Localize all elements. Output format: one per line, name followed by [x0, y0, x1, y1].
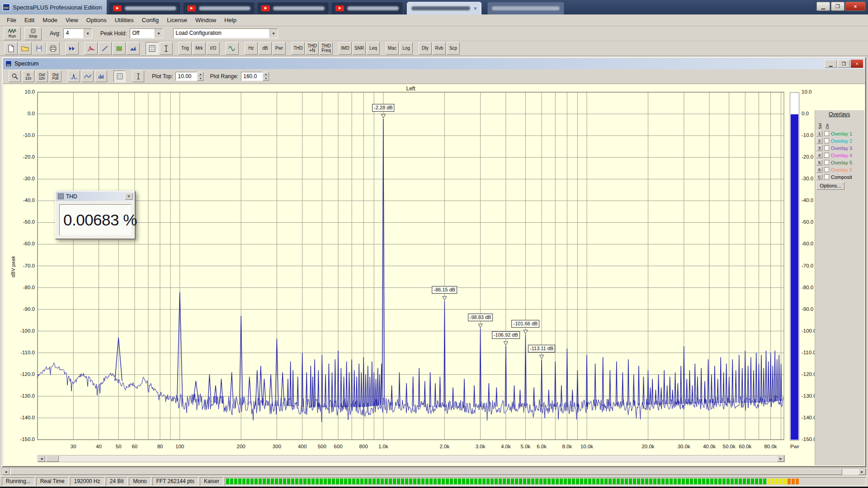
overlay-set-button-5[interactable]: 5	[816, 160, 822, 165]
browser-tab[interactable]	[487, 2, 564, 14]
grid-display-button[interactable]	[113, 70, 126, 82]
maximize-button[interactable]: ❒	[831, 2, 844, 11]
run-button[interactable]: Run	[4, 27, 21, 40]
tab-title-redacted	[199, 6, 250, 10]
smooth-curve-button[interactable]	[81, 70, 94, 82]
zoom-button[interactable]	[9, 70, 21, 82]
menu-file[interactable]: File	[3, 15, 20, 25]
scroll-thumb[interactable]	[10, 469, 842, 475]
signal-generator-button[interactable]	[226, 42, 239, 55]
marker-view-button[interactable]	[160, 42, 173, 55]
overlay-set-button-6[interactable]: 6	[816, 167, 822, 173]
stop-button[interactable]: Stop	[24, 27, 42, 40]
load-configuration-select[interactable]: Load Configuration▼	[173, 28, 278, 38]
close-button[interactable]: ×	[851, 60, 863, 68]
trigger-button[interactable]: Trig	[179, 42, 192, 55]
overlay-on-checkbox-2[interactable]	[824, 138, 829, 143]
scroll-left-button[interactable]: ◄	[38, 455, 45, 462]
zoom-in-12x-button[interactable]: In 12x	[22, 70, 34, 82]
browser-tab[interactable]	[257, 2, 329, 14]
plot-range-stepper[interactable]: ▲▼	[263, 72, 269, 81]
avg-select[interactable]: 4▼	[63, 28, 92, 38]
units-pwr-button[interactable]: Pwr	[273, 42, 286, 55]
plot-top-stepper[interactable]: ▲▼	[197, 72, 203, 81]
overlay-on-checkbox-4[interactable]	[824, 153, 829, 158]
scroll-track[interactable]	[45, 455, 777, 462]
close-icon[interactable]: ×	[125, 193, 133, 200]
new-file-button[interactable]	[5, 42, 18, 55]
thd-n-button[interactable]: THD +N	[306, 42, 319, 55]
print-button[interactable]	[47, 42, 60, 55]
fast-forward-button[interactable]	[66, 42, 79, 55]
surface-view-button[interactable]	[127, 42, 140, 55]
menu-window[interactable]: Window	[191, 15, 220, 25]
menu-config[interactable]: Config	[138, 15, 163, 25]
overlay-on-checkbox-5[interactable]	[824, 160, 829, 165]
overlay-set-button-3[interactable]: 3	[816, 145, 822, 151]
menu-options[interactable]: Options	[82, 15, 111, 25]
restore-button[interactable]: ❒	[838, 60, 850, 68]
overlay-on-checkbox-1[interactable]	[824, 131, 829, 136]
menu-help[interactable]: Help	[220, 15, 241, 25]
scroll-right-button[interactable]: ►	[777, 455, 784, 462]
overlay-set-button-C[interactable]: C	[816, 174, 822, 180]
units-hz-button[interactable]: Hz	[245, 42, 258, 55]
markers-button[interactable]: Mrk	[193, 42, 206, 55]
meter-segment	[287, 479, 290, 484]
spectrum-view-button[interactable]	[85, 42, 98, 55]
snr-button[interactable]: SNR	[353, 42, 366, 55]
menu-utilities[interactable]: Utilities	[111, 15, 138, 25]
minimize-button[interactable]: ▁	[816, 2, 830, 11]
peak-curve-button[interactable]	[68, 70, 80, 82]
logging-button[interactable]: Log	[400, 42, 413, 55]
overlay-set-button-2[interactable]: 2	[816, 138, 822, 144]
marker-tool-button[interactable]	[132, 70, 144, 82]
phase-view-button[interactable]	[99, 42, 112, 55]
spectrogram-view-button[interactable]	[113, 42, 126, 55]
peak-hold-select[interactable]: Off▼	[130, 28, 163, 38]
browser-tab[interactable]	[183, 2, 255, 14]
scope-button[interactable]: Scp	[447, 42, 460, 55]
minimize-button[interactable]: ▁	[825, 60, 837, 68]
zoom-out-12x-button[interactable]: Out 12x	[36, 70, 48, 82]
overlay-on-checkbox-3[interactable]	[824, 145, 829, 150]
meter-segment	[588, 479, 591, 484]
plot-top-input[interactable]	[175, 72, 197, 81]
plot-range-input[interactable]	[241, 72, 263, 81]
scroll-thumb[interactable]	[46, 455, 59, 462]
overlay-set-button-1[interactable]: 1	[816, 131, 822, 136]
menu-edit[interactable]: Edit	[20, 15, 38, 25]
bar-display-button[interactable]	[95, 70, 107, 82]
overlay-set-button-4[interactable]: 4	[816, 152, 822, 158]
menu-license[interactable]: License	[163, 15, 191, 25]
thd-button[interactable]: THD	[292, 42, 305, 55]
overlay-on-checkbox-C[interactable]	[824, 174, 829, 179]
grid-view-button[interactable]	[146, 42, 159, 55]
scroll-left-button[interactable]: ◄	[2, 469, 9, 475]
overlay-on-checkbox-6[interactable]	[824, 167, 829, 172]
browser-tab[interactable]	[108, 2, 181, 14]
units-db-button[interactable]: dB	[259, 42, 272, 55]
overlays-options-button[interactable]: Options...	[816, 182, 844, 190]
menu-view[interactable]: View	[61, 15, 82, 25]
reverb-button[interactable]: Rvb	[433, 42, 446, 55]
thd-freq-button[interactable]: THD Freq	[320, 42, 333, 55]
close-button[interactable]: ×	[845, 2, 865, 11]
scroll-track[interactable]	[9, 469, 859, 475]
delay-button[interactable]: Dly	[419, 42, 432, 55]
imd-button[interactable]: IMD	[339, 42, 352, 55]
meter-segment	[531, 479, 534, 484]
input-output-button[interactable]: I/O	[207, 42, 220, 55]
plot-scrollbar[interactable]: ◄►	[38, 455, 785, 462]
browser-tab[interactable]	[331, 2, 403, 14]
scroll-right-button[interactable]: ►	[859, 469, 866, 475]
leq-button[interactable]: Leq	[367, 42, 380, 55]
meter-segment	[450, 479, 453, 484]
open-file-button[interactable]	[19, 42, 32, 55]
main-scrollbar[interactable]: ◄►	[2, 468, 866, 475]
macro-button[interactable]: Mac	[386, 42, 399, 55]
zoom-out-full-button[interactable]: Out Full	[49, 70, 61, 82]
browser-tab[interactable]: ×	[407, 2, 481, 14]
menu-mode[interactable]: Mode	[38, 15, 61, 25]
tab-close-icon[interactable]: ×	[473, 5, 477, 11]
